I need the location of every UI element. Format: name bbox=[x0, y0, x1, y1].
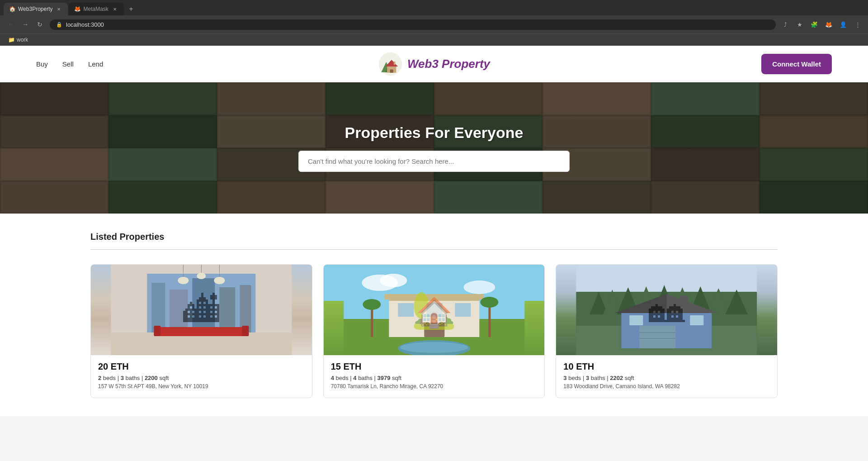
property-card-2[interactable]: 15 ETH 4 beds | 4 baths | 3979 sqft 7078… bbox=[323, 264, 545, 398]
metamask-tab-title: MetaMask bbox=[83, 6, 108, 12]
address-bar[interactable]: 🔒 localhost:3000 bbox=[50, 19, 776, 30]
web3property-favicon: 🏠 bbox=[9, 6, 15, 12]
property-price-2: 15 ETH bbox=[331, 361, 538, 372]
property-image-3 bbox=[556, 265, 777, 355]
brand-logo-icon bbox=[378, 52, 403, 76]
svg-rect-10 bbox=[170, 290, 188, 333]
extensions-icon[interactable]: 🧩 bbox=[808, 19, 820, 30]
brand-name-text: Web3 Property bbox=[407, 57, 490, 71]
svg-rect-38 bbox=[371, 305, 373, 337]
hero-section: Properties For Everyone bbox=[0, 82, 868, 214]
property-address-3: 183 Woodland Drive, Camano Island, WA 98… bbox=[563, 383, 770, 390]
property-info-1: 20 ETH 2 beds | 3 baths | 2200 sqft 157 … bbox=[91, 355, 312, 398]
share-icon[interactable]: ⤴ bbox=[779, 19, 791, 30]
bookmarks-bar: 📁 work bbox=[0, 33, 868, 46]
svg-rect-57 bbox=[640, 326, 676, 348]
svg-rect-62 bbox=[680, 295, 689, 308]
search-input[interactable] bbox=[298, 151, 570, 172]
folder-icon: 📁 bbox=[8, 37, 15, 43]
browser-chrome: 🏠 Web3Property ✕ 🦊 MetaMask ✕ + ← → ↻ 🔒 … bbox=[0, 0, 868, 46]
tab-metamask-close[interactable]: ✕ bbox=[111, 5, 118, 13]
svg-point-37 bbox=[400, 342, 468, 353]
svg-rect-13 bbox=[240, 285, 251, 333]
address-text: localhost:3000 bbox=[66, 21, 769, 28]
tab-web3property[interactable]: 🏠 Web3Property ✕ bbox=[4, 3, 68, 15]
svg-rect-32 bbox=[398, 303, 414, 317]
navbar: Buy Sell Lend bbox=[0, 46, 868, 82]
tab-web3property-close[interactable]: ✕ bbox=[55, 5, 62, 13]
svg-point-39 bbox=[363, 299, 381, 310]
svg-point-41 bbox=[480, 297, 498, 308]
back-button[interactable]: ← bbox=[5, 18, 17, 31]
web3property-tab-title: Web3Property bbox=[18, 6, 52, 12]
tab-bar: 🏠 Web3Property ✕ 🦊 MetaMask ✕ + bbox=[0, 0, 868, 15]
toolbar: ← → ↻ 🔒 localhost:3000 ⤴ ★ 🧩 🦊 👤 ⋮ bbox=[0, 15, 868, 33]
svg-rect-33 bbox=[426, 303, 442, 317]
property-details-1: 2 beds | 3 baths | 2200 sqft bbox=[98, 375, 305, 381]
svg-rect-9 bbox=[151, 283, 165, 333]
svg-rect-60 bbox=[630, 315, 643, 325]
property-address-2: 70780 Tamarisk Ln, Rancho Mirage, CA 922… bbox=[331, 383, 538, 390]
svg-rect-6 bbox=[394, 62, 396, 65]
svg-rect-21 bbox=[156, 327, 246, 336]
nav-controls: ← → ↻ bbox=[5, 18, 46, 31]
bookmark-work[interactable]: 📁 work bbox=[5, 36, 32, 44]
svg-rect-12 bbox=[219, 287, 235, 333]
svg-marker-48 bbox=[653, 285, 676, 314]
property-details-3: 3 beds | 3 baths | 2202 sqft bbox=[563, 375, 770, 381]
tab-metamask[interactable]: 🦊 MetaMask ✕ bbox=[69, 3, 123, 15]
nav-lend[interactable]: Lend bbox=[88, 60, 103, 68]
svg-rect-40 bbox=[488, 303, 491, 337]
svg-rect-22 bbox=[154, 326, 160, 336]
metamask-ext-icon[interactable]: 🦊 bbox=[823, 19, 835, 30]
svg-rect-31 bbox=[384, 294, 484, 299]
brand[interactable]: Web3 Property bbox=[378, 52, 490, 76]
properties-grid: 20 ETH 2 beds | 3 baths | 2200 sqft 157 … bbox=[90, 264, 778, 398]
property-card-1[interactable]: 20 ETH 2 beds | 3 baths | 2200 sqft 157 … bbox=[90, 264, 312, 398]
property-price-1: 20 ETH bbox=[98, 361, 305, 372]
svg-point-26 bbox=[380, 274, 407, 287]
hero-background bbox=[0, 82, 868, 214]
bookmark-star-icon[interactable]: ★ bbox=[794, 19, 806, 30]
svg-rect-5 bbox=[390, 69, 393, 72]
svg-rect-61 bbox=[690, 315, 704, 325]
toolbar-right: ⤴ ★ 🧩 🦊 👤 ⋮ bbox=[779, 19, 863, 30]
svg-rect-11 bbox=[192, 278, 215, 333]
properties-section: Listed Properties bbox=[0, 214, 868, 416]
svg-point-27 bbox=[463, 280, 495, 294]
svg-point-20 bbox=[214, 277, 225, 284]
profile-icon[interactable]: 👤 bbox=[837, 19, 849, 30]
property-details-2: 4 beds | 4 baths | 3979 sqft bbox=[331, 375, 538, 381]
property-image-1 bbox=[91, 265, 312, 355]
lock-icon: 🔒 bbox=[56, 22, 62, 28]
property-price-3: 10 ETH bbox=[563, 361, 770, 372]
metamask-favicon: 🦊 bbox=[74, 6, 80, 12]
page-content: Buy Sell Lend bbox=[0, 46, 868, 416]
nav-buy[interactable]: Buy bbox=[36, 60, 48, 68]
svg-rect-23 bbox=[242, 326, 249, 336]
new-tab-button[interactable]: + bbox=[125, 3, 137, 15]
nav-sell[interactable]: Sell bbox=[62, 60, 74, 68]
property-card-3[interactable]: 10 ETH 3 beds | 3 baths | 2202 sqft 183 … bbox=[556, 264, 778, 398]
section-title: Listed Properties bbox=[90, 232, 778, 242]
property-address-1: 157 W 57th St APT 49B, New York, NY 1001… bbox=[98, 383, 305, 390]
svg-point-16 bbox=[178, 277, 189, 284]
reload-button[interactable]: ↻ bbox=[33, 18, 46, 31]
connect-wallet-button[interactable]: Connect Wallet bbox=[761, 54, 832, 74]
menu-icon[interactable]: ⋮ bbox=[852, 19, 863, 30]
svg-rect-34 bbox=[455, 303, 471, 317]
property-info-3: 10 ETH 3 beds | 3 baths | 2202 sqft 183 … bbox=[556, 355, 777, 398]
svg-point-18 bbox=[197, 273, 206, 279]
svg-rect-35 bbox=[424, 323, 444, 337]
bookmark-work-label: work bbox=[17, 37, 28, 43]
section-divider bbox=[90, 249, 778, 250]
hero-title: Properties For Everyone bbox=[345, 124, 524, 142]
forward-button[interactable]: → bbox=[19, 18, 32, 31]
property-image-2 bbox=[324, 265, 545, 355]
property-info-2: 15 ETH 4 beds | 4 baths | 3979 sqft 7078… bbox=[324, 355, 545, 398]
